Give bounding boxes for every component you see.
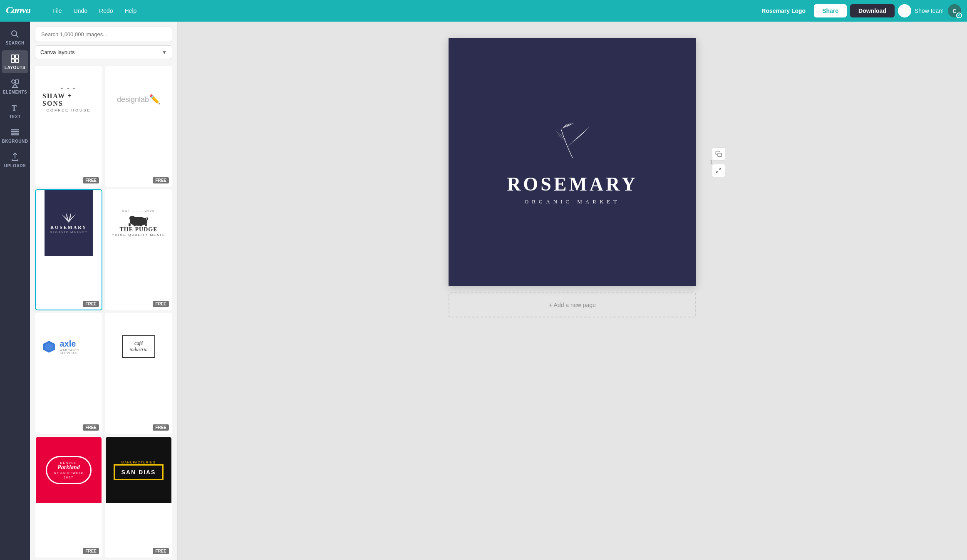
add-page-label: + Add a new page [549, 302, 596, 308]
sandias-main-text: SAN DIAS [121, 469, 156, 476]
template-badge-axle: FREE [83, 424, 99, 431]
svg-rect-4 [15, 55, 19, 58]
user-initials: C [952, 8, 956, 14]
template-sandias[interactable]: MANUFACTURING SAN DIAS FREE [105, 436, 172, 558]
layout-filter-dropdown[interactable]: Canva layouts ▼ [35, 45, 172, 59]
canvas-sidebar-tools [712, 147, 725, 177]
designlab-text: designlab [117, 95, 149, 104]
search-input[interactable] [35, 27, 172, 42]
background-icon [10, 127, 20, 137]
svg-line-24 [719, 168, 721, 170]
redo-button[interactable]: Redo [95, 6, 117, 16]
template-badge-shaw: FREE [83, 177, 99, 183]
shaw-main-text: SHAW + SONS [42, 92, 95, 107]
team-avatar[interactable] [898, 4, 911, 17]
svg-rect-17 [129, 223, 131, 226]
svg-point-1 [12, 31, 17, 36]
rosemary-card-sub: ORGANIC MARKET [50, 230, 87, 234]
template-grid: ✦ ✦ ✦ SHAW + SONS COFFEE HOUSE FREE desi… [30, 63, 177, 560]
svg-text:Canva: Canva [6, 5, 31, 15]
template-rosemary[interactable]: ROSEMARY ORGANIC MARKET FREE [35, 189, 102, 310]
sidebar-item-layouts-label: LAYOUTS [5, 65, 25, 70]
template-pudge[interactable]: EST ——— 2008 THE PUDGE PRIME QUALITY MEA… [105, 189, 172, 310]
designlab-pencil-icon: ✏️ [149, 94, 160, 105]
sidebar-item-elements[interactable]: ELEMENTS [2, 75, 28, 98]
svg-line-25 [717, 171, 718, 173]
template-badge-cafe: FREE [153, 424, 169, 431]
search-bar-wrap [30, 22, 177, 45]
dropdown-arrow-icon: ▼ [162, 50, 167, 55]
template-badge-pudge: FREE [153, 301, 169, 307]
sidebar-item-search-label: SEARCH [5, 41, 24, 45]
template-cafe[interactable]: café industria FREE [105, 313, 172, 434]
copy-page-button[interactable] [712, 147, 725, 161]
cafe-box: café industria [122, 335, 155, 358]
shaw-sub-text: COFFEE HOUSE [46, 108, 91, 112]
pudge-est: EST ——— 2008 [122, 209, 155, 212]
layouts-icon [10, 54, 20, 64]
template-badge-rosemary: FREE [83, 301, 99, 307]
svg-point-16 [129, 216, 135, 221]
svg-rect-5 [11, 59, 15, 62]
canvas-page[interactable]: ROSEMARY ORGANIC MARKET [449, 38, 696, 286]
expand-icon [716, 168, 722, 173]
help-button[interactable]: Help [121, 6, 141, 16]
canvas-logo-main-text: ROSEMARY [507, 173, 638, 195]
parkland-main-text: Parkland [54, 464, 84, 471]
axle-sub-text: WARRANTY SERVICES [60, 349, 95, 354]
expand-page-button[interactable] [712, 164, 725, 177]
parkland-repair-text: REPAIR SHOP [54, 471, 84, 475]
parkland-inner: DENVER Parkland REPAIR SHOP 2027 [46, 456, 92, 484]
pudge-main-text: THE PUDGE [119, 226, 157, 233]
axle-hex-icon [42, 339, 56, 354]
document-title: Rosemary Logo [761, 7, 806, 14]
canva-logo[interactable]: Canva [5, 3, 38, 18]
icon-sidebar: SEARCH LAYOUTS ELEMENTS T [0, 22, 30, 560]
sidebar-item-uploads-label: UPLOADS [4, 164, 26, 168]
sidebar-item-text[interactable]: T TEXT [2, 99, 28, 122]
template-badge-sandias: FREE [153, 548, 169, 554]
sidebar-item-search[interactable]: SEARCH [2, 26, 28, 49]
show-team-button[interactable]: Show team [915, 7, 944, 14]
pudge-sub-text: PRIME QUALITY MEATS [112, 233, 166, 237]
sidebar-item-elements-label: ELEMENTS [3, 90, 27, 94]
svg-rect-23 [718, 153, 722, 157]
file-menu-button[interactable]: File [48, 6, 66, 16]
template-axle[interactable]: axle WARRANTY SERVICES FREE [35, 313, 102, 434]
uploads-icon [10, 152, 20, 162]
svg-point-7 [12, 80, 15, 83]
svg-rect-6 [15, 59, 19, 62]
template-badge-parkland: FREE [83, 548, 99, 554]
template-parkland[interactable]: DENVER Parkland REPAIR SHOP 2027 FREE [35, 436, 102, 558]
axle-main-text: axle [60, 339, 95, 349]
topbar: Canva File Undo Redo Help Rosemary Logo … [0, 0, 967, 22]
main-layout: SEARCH LAYOUTS ELEMENTS T [0, 22, 967, 560]
canvas-page-wrapper: ROSEMARY ORGANIC MARKET 1 [449, 38, 696, 286]
canvas-herb-illustration [543, 119, 602, 165]
add-new-page-button[interactable]: + Add a new page [449, 292, 696, 317]
user-avatar[interactable]: C ✓ [947, 3, 962, 18]
sidebar-item-background[interactable]: BKGROUND [2, 124, 28, 147]
share-button[interactable]: Share [814, 4, 847, 17]
sidebar-item-text-label: TEXT [9, 114, 21, 119]
svg-rect-3 [11, 55, 15, 58]
rosemary-card-main: ROSEMARY [50, 225, 87, 230]
canvas-area: ROSEMARY ORGANIC MARKET 1 [178, 22, 967, 560]
copy-icon [715, 151, 722, 157]
svg-marker-9 [12, 84, 17, 87]
sidebar-item-layouts[interactable]: LAYOUTS [2, 50, 28, 73]
search-icon [10, 29, 20, 39]
avatar-badge: ✓ [956, 12, 962, 18]
svg-rect-8 [15, 80, 19, 83]
download-button[interactable]: Download [850, 4, 895, 17]
panel-sidebar: Canva layouts ▼ ✦ ✦ ✦ SHAW + SONS COFFEE… [30, 22, 178, 560]
svg-line-2 [16, 35, 19, 38]
cafe-main-text: café [129, 340, 147, 347]
template-designlab[interactable]: designlab ✏️ FREE [105, 66, 172, 187]
elements-icon [10, 78, 20, 88]
undo-button[interactable]: Undo [69, 6, 92, 16]
template-shaw-sons[interactable]: ✦ ✦ ✦ SHAW + SONS COFFEE HOUSE FREE [35, 66, 102, 187]
svg-rect-20 [145, 223, 147, 226]
sandias-sub-text: MANUFACTURING [114, 461, 164, 464]
sidebar-item-uploads[interactable]: UPLOADS [2, 149, 28, 171]
